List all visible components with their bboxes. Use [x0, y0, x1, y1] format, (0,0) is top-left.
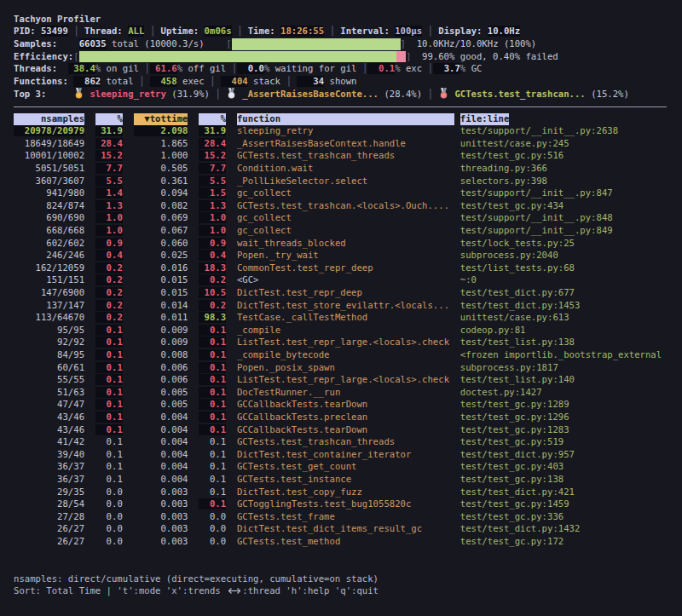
- text-segment: 66035: [79, 38, 107, 49]
- cell-fileline: test/test_gc.py:336: [460, 511, 564, 522]
- text-segment: 34: [297, 76, 324, 87]
- text-segment: Interval:: [340, 26, 395, 37]
- cell-function: _AssertRaisesBaseContext.handle: [237, 138, 455, 149]
- table-row[interactable]: 41/42 0.1 0.004 0.1 GCTests.test_trashca…: [14, 436, 564, 449]
- table-row[interactable]: 36/37 0.1 0.004 0.1 GCTests.test_instanc…: [14, 474, 564, 486]
- col-header-nsamples[interactable]: nsamples: [14, 113, 84, 126]
- table-row[interactable]: 20978/20979 31.9 2.098 31.9 sleeping_ret…: [14, 125, 618, 138]
- cell-direct-pct: 0.0: [95, 486, 123, 498]
- table-row[interactable]: 28/54 0.0 0.003 0.1 GCTogglingTests.test…: [14, 498, 569, 511]
- medal-gold-icon: [73, 88, 84, 101]
- table-row[interactable]: 92/92 0.1 0.009 0.1 ListTest.test_repr_l…: [14, 337, 575, 349]
- text-segment: [123, 461, 134, 472]
- col-header-fileline[interactable]: file:line: [460, 113, 510, 126]
- table-row[interactable]: 602/602 0.9 0.060 0.9 wait_threads_block…: [14, 238, 575, 250]
- text-segment: [84, 461, 95, 472]
- table-row[interactable]: 26/27 0.0 0.003 0.0 DictTest.test_dict_i…: [14, 523, 580, 536]
- table-row[interactable]: 43/46 0.1 0.004 0.1 GCCallbackTests.prec…: [14, 412, 569, 424]
- col-header-cumul-pct[interactable]: %: [199, 113, 226, 126]
- text-segment: [84, 262, 95, 273]
- progress-bar-fill-0: [232, 38, 401, 50]
- cell-cumul-pct: 15.2: [199, 150, 226, 161]
- table-row[interactable]: 51/63 0.1 0.005 0.1 DocTestRunner.__run …: [14, 387, 542, 400]
- text-segment: Thread:: [84, 26, 128, 37]
- cell-tottime: 0.016: [134, 262, 188, 273]
- text-segment: [226, 262, 237, 273]
- cell-tottime: 0.004: [134, 412, 188, 423]
- table-row[interactable]: 27/28 0.0 0.003 0.0 GCTests.test_frame t…: [14, 511, 564, 524]
- text-segment: 99.60% good, 0.40% failed: [422, 51, 558, 62]
- text-segment: [123, 399, 134, 410]
- cell-nsamples: 3607/3607: [14, 176, 84, 187]
- table-row[interactable]: 60/61 0.1 0.006 0.1 Popen._posix_spawn s…: [14, 362, 558, 375]
- text-segment: [188, 474, 199, 485]
- col-header-function[interactable]: function: [237, 113, 455, 126]
- cell-fileline: subprocess.py:2040: [460, 250, 558, 261]
- text-segment: [226, 287, 237, 298]
- table-row[interactable]: 941/980 1.4 0.094 1.5 gc_collect test/su…: [14, 187, 613, 200]
- cell-tottime: 0.015: [134, 274, 188, 285]
- cell-fileline: test/test_dict.py:421: [460, 486, 575, 498]
- text-segment: [123, 300, 134, 311]
- table-row[interactable]: 18649/18649 28.4 1.865 28.4 _AssertRaise…: [14, 138, 569, 151]
- text-segment: [84, 523, 95, 534]
- cell-cumul-pct: 0.0: [199, 523, 226, 534]
- cell-nsamples: 95/95: [14, 325, 84, 336]
- col-header-tottime[interactable]: ▼tottime: [134, 113, 188, 126]
- cell-direct-pct: 31.9: [95, 125, 123, 136]
- cell-nsamples: 92/92: [14, 337, 84, 348]
- cell-direct-pct: 0.2: [95, 312, 123, 323]
- cell-nsamples: 27/28: [14, 511, 84, 522]
- table-row[interactable]: 151/151 0.2 0.015 0.2 <GC> ~:0: [14, 274, 477, 287]
- table-row[interactable]: 824/874 1.3 0.082 1.3 GCTests.test_trash…: [14, 200, 564, 213]
- text-segment: [226, 486, 237, 498]
- table-row[interactable]: 55/55 0.1 0.006 0.1 ListTest.test_repr_l…: [14, 374, 575, 387]
- table-row[interactable]: 47/47 0.1 0.005 0.1 GCCallbackTests.tear…: [14, 399, 569, 412]
- col-header-direct-pct[interactable]: %: [95, 113, 123, 126]
- text-segment: [84, 138, 95, 149]
- cell-nsamples: 84/95: [14, 349, 84, 360]
- table-row[interactable]: 29/35 0.0 0.003 0.1 DictTest.test_copy_f…: [14, 486, 575, 499]
- table-row[interactable]: 147/6900 0.2 0.015 10.5 DictTest.test_re…: [14, 287, 575, 300]
- table-row[interactable]: 137/147 0.2 0.014 0.2 DictTest.test_stor…: [14, 300, 580, 313]
- table-row[interactable]: 690/690 1.0 0.069 1.0 gc_collect test/su…: [14, 212, 613, 225]
- table-row[interactable]: 113/64670 0.2 0.011 98.3 TestCase._callT…: [14, 312, 569, 325]
- table-row[interactable]: 5051/5051 7.7 0.505 7.7 Condition.wait t…: [14, 163, 547, 176]
- cell-fileline: test/test_gc.py:1289: [460, 399, 569, 410]
- table-row[interactable]: 36/37 0.1 0.004 0.1 GCTests.test_get_cou…: [14, 461, 564, 474]
- table-row[interactable]: 10001/10002 15.2 1.000 15.2 GCTests.test…: [14, 150, 564, 163]
- cell-cumul-pct: 0.1: [199, 337, 226, 348]
- cell-cumul-pct: 0.4: [199, 250, 226, 261]
- cell-fileline: test/test_dict.py:1432: [460, 523, 581, 534]
- cell-direct-pct: 0.0: [95, 511, 123, 522]
- table-row[interactable]: 26/27 0.0 0.003 0.0 GCTests.test_method …: [14, 536, 564, 549]
- text-segment: (15.2%): [591, 89, 629, 100]
- text-segment: [188, 200, 199, 211]
- text-segment: 0m06s: [205, 26, 232, 37]
- cell-cumul-pct: 0.1: [199, 374, 226, 385]
- text-segment: 100µs: [395, 26, 422, 37]
- table-row[interactable]: 43/46 0.1 0.004 0.1 GCCallbackTests.tear…: [14, 424, 569, 437]
- table-row[interactable]: 84/95 0.1 0.008 0.1 _compile_bytecode <f…: [14, 349, 662, 362]
- text-segment: [84, 250, 95, 261]
- cell-direct-pct: 1.3: [95, 200, 123, 211]
- table-row[interactable]: 39/40 0.1 0.004 0.1 DictTest.test_contai…: [14, 449, 575, 462]
- cell-function: DictTest.test_container_iterator: [237, 449, 455, 460]
- text-segment: [123, 349, 134, 360]
- table-row[interactable]: 3607/3607 5.5 0.361 5.5 _PollLikeSelecto…: [14, 176, 547, 188]
- table-row[interactable]: 246/246 0.4 0.025 0.4 Popen._try_wait su…: [14, 250, 558, 262]
- table-row[interactable]: 162/12059 0.2 0.016 18.3 CommonTest.test…: [14, 262, 575, 275]
- text-segment: [123, 498, 134, 509]
- text-segment: [188, 498, 199, 509]
- cell-function: CommonTest.test_repr_deep: [237, 262, 455, 273]
- cell-direct-pct: 15.2: [95, 150, 123, 161]
- text-segment: 38.4: [68, 63, 95, 74]
- cell-tottime: 0.004: [134, 461, 188, 472]
- cell-cumul-pct: 31.9: [199, 125, 226, 136]
- table-row[interactable]: 668/668 1.0 0.067 1.0 gc_collect test/su…: [14, 225, 613, 238]
- text-segment: [84, 312, 95, 323]
- cell-fileline: test/test_gc.py:1296: [460, 412, 569, 423]
- header-separator: [14, 107, 667, 107]
- table-row[interactable]: 95/95 0.1 0.009 0.1 _compile codeop.py:8…: [14, 325, 525, 337]
- cell-nsamples: 36/37: [14, 474, 84, 485]
